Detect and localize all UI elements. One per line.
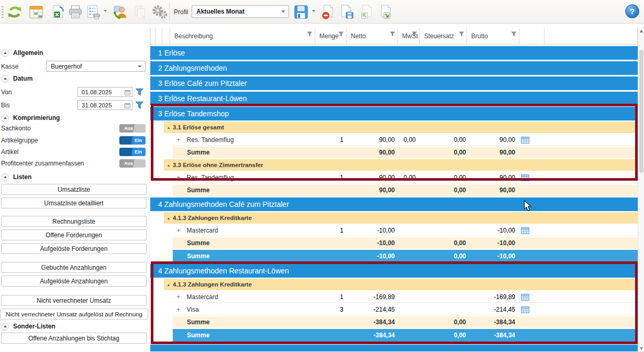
print-icon[interactable]: [66, 3, 84, 20]
subgroup-row[interactable]: ▴4.1.3 Zahlungen Kreditkarte: [150, 279, 638, 290]
list-button[interactable]: Umsatzliste: [1, 184, 147, 195]
filter-icon[interactable]: [390, 31, 395, 37]
collapse-icon[interactable]: [1, 114, 9, 122]
filter-icon[interactable]: [307, 31, 313, 37]
group-row-partial[interactable]: [150, 345, 638, 351]
list-button[interactable]: Gebuchte Anzahlungen: [1, 262, 147, 273]
subgroup-row[interactable]: ▴3.1 Erlöse gesamt: [150, 122, 638, 133]
grand-sum-row[interactable]: Summe-10,000,00-10,00: [150, 250, 638, 262]
expand-plus-icon[interactable]: +: [176, 174, 181, 181]
list-button[interactable]: Rechnungsliste: [1, 216, 147, 227]
export-excel-icon[interactable]: [49, 3, 66, 20]
collapse-icon[interactable]: ▴: [168, 163, 170, 168]
bis-date-input[interactable]: 31.08.2025: [77, 100, 132, 110]
group-row[interactable]: 4 Zahlungsmethoden Restaurant-Löwen: [150, 264, 638, 278]
column-header-menge[interactable]: Menge: [315, 28, 347, 45]
column-header-beschreibung[interactable]: Beschreibung: [170, 28, 315, 45]
table-row[interactable]: +Res. Tandemflug190,000,000,0090,00: [150, 134, 638, 146]
section-header-listen[interactable]: Listen: [1, 173, 31, 181]
column-header-empty[interactable]: [162, 28, 170, 45]
section-header-datum[interactable]: Datum: [1, 74, 32, 83]
list-button[interactable]: Aufgelöste Forderungen: [1, 243, 147, 254]
expand-plus-icon[interactable]: +: [176, 306, 181, 313]
filter-icon[interactable]: [338, 31, 344, 37]
toggle-ein[interactable]: Ein: [119, 136, 146, 145]
column-header-empty[interactable]: [155, 28, 162, 45]
list-button[interactable]: Umsatzliste detailliert: [1, 197, 147, 208]
sum-row[interactable]: Summe-10,000,00-10,00: [150, 237, 638, 249]
toolbar-grip[interactable]: [2, 6, 4, 18]
list-button[interactable]: Offene Anzahlungen bis Stichtag: [1, 333, 147, 344]
column-header-netto[interactable]: Netto: [347, 28, 398, 45]
scrollbar-thumb[interactable]: [639, 50, 643, 173]
expand-plus-icon[interactable]: +: [176, 136, 181, 143]
profile-select[interactable]: Aktuelles Monat: [192, 5, 289, 18]
section-header-allgemein[interactable]: Allgemein: [1, 49, 43, 57]
support-contact-icon[interactable]: [111, 3, 129, 20]
print-list-dropdown-icon[interactable]: [104, 10, 107, 12]
group-row[interactable]: 1 Erlöse: [150, 46, 638, 60]
column-header-empty[interactable]: [545, 28, 638, 45]
collapse-icon[interactable]: ▴: [168, 282, 170, 287]
collapse-icon[interactable]: [1, 323, 9, 331]
calculator-icon[interactable]: [521, 137, 529, 144]
group-row[interactable]: 3 Erlöse Restaurant-Löwen: [150, 92, 638, 105]
export-profile-icon[interactable]: [376, 3, 394, 20]
vertical-scrollbar[interactable]: [638, 28, 644, 352]
calendar-icon[interactable]: [125, 90, 130, 95]
help-button[interactable]: ?: [625, 4, 639, 18]
collapse-icon[interactable]: ▴: [168, 125, 170, 130]
filter-icon[interactable]: [511, 31, 517, 37]
calculator-icon[interactable]: [521, 306, 529, 313]
delete-profile-icon[interactable]: [319, 3, 337, 20]
collapse-icon[interactable]: [1, 173, 9, 181]
subgroup-row[interactable]: ▴4.1.3 Zahlungen Kreditkarte: [150, 212, 638, 224]
scroll-down-icon[interactable]: [640, 347, 643, 350]
calculator-icon[interactable]: [521, 174, 529, 181]
list-button[interactable]: Nicht verrechneter Umsatz: [1, 295, 147, 306]
filter-icon[interactable]: [412, 31, 417, 37]
von-date-input[interactable]: 01.08.2025: [77, 87, 132, 97]
toggle-aus[interactable]: Aus: [119, 159, 146, 168]
collapse-icon[interactable]: [1, 75, 9, 83]
column-header-brutto[interactable]: Brutto: [467, 28, 519, 45]
group-row[interactable]: 2 Zahlungsmethoden: [150, 61, 638, 75]
calculator-icon[interactable]: [521, 294, 529, 301]
von-filter-icon[interactable]: [135, 87, 145, 97]
section-header-sonder-listen[interactable]: Sonder-Listen: [1, 322, 55, 331]
kasse-select[interactable]: Buergerhof: [46, 61, 146, 72]
import-profile-icon[interactable]: [358, 3, 375, 20]
list-button[interactable]: Aufgelöste Anzahlungen: [1, 276, 147, 287]
save-profile-dropdown-icon[interactable]: [312, 10, 315, 12]
section-header-komprimierung[interactable]: Komprimierung: [1, 114, 60, 122]
table-row[interactable]: +Res. Tandemflug190,000,000,0090,00: [150, 172, 638, 183]
subgroup-row[interactable]: ▴3.3 Erlöse ohne Zimmertransfer: [150, 159, 638, 171]
column-header-empty[interactable]: [519, 28, 545, 45]
sum-row[interactable]: Summe90,000,0090,00: [150, 184, 638, 196]
sum-row[interactable]: Summe-384,340,00-384,34: [150, 316, 638, 328]
scroll-up-icon[interactable]: [640, 30, 643, 32]
group-row[interactable]: 3 Erlöse Café zum Pitztaler: [150, 76, 638, 90]
group-row[interactable]: 3 Erlöse Tandemshop: [150, 107, 638, 120]
group-row[interactable]: 4 Zahlungsmethoden Café zum Pitztaler: [150, 197, 638, 211]
calendar-report-icon[interactable]: [27, 3, 45, 20]
table-row[interactable]: +Mastercard1-169,89-169,89: [150, 291, 638, 303]
bis-filter-icon[interactable]: [135, 100, 145, 110]
table-row[interactable]: +Mastercard1-10,00-10,00: [150, 225, 638, 236]
print-list-icon[interactable]: [84, 3, 102, 20]
sum-row[interactable]: Summe90,000,0090,00: [150, 147, 638, 158]
toggle-ein[interactable]: Ein: [119, 148, 146, 156]
calendar-icon[interactable]: [125, 103, 130, 108]
list-button[interactable]: Nicht verrechneter Umsatz aufgelöst auf …: [0, 309, 148, 320]
save-profile-icon[interactable]: [292, 3, 310, 20]
column-header-mwst[interactable]: MwSt: [398, 28, 420, 45]
refresh-icon[interactable]: [6, 3, 24, 20]
settings-gears-icon[interactable]: [151, 3, 169, 20]
column-header-steuersatz[interactable]: Steuersatz: [420, 28, 467, 45]
filter-icon[interactable]: [459, 31, 464, 37]
table-row[interactable]: +Visa3-214,45-214,45: [150, 304, 638, 315]
save-profile-as-icon[interactable]: [338, 3, 356, 20]
copy-report-icon[interactable]: [131, 3, 149, 20]
grand-sum-row[interactable]: Summe-384,340,00-384,34: [150, 329, 638, 342]
expand-plus-icon[interactable]: +: [176, 227, 181, 234]
